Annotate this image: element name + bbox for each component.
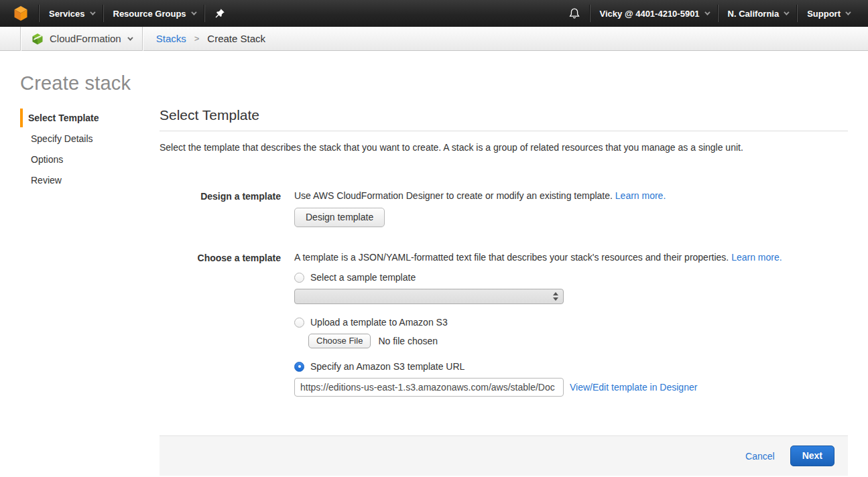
radio-button-icon[interactable] [294, 273, 304, 283]
main-content: Select Template Select the template that… [160, 107, 848, 476]
chevron-down-icon [191, 9, 196, 15]
services-label: Services [49, 9, 85, 19]
s3-template-url-input[interactable] [294, 378, 564, 397]
design-template-description: Use AWS CloudFormation Designer to creat… [294, 190, 666, 201]
breadcrumb: Stacks > Create Stack [143, 33, 265, 44]
breadcrumb-bar: CloudFormation Stacks > Create Stack [0, 27, 868, 51]
services-menu[interactable]: Services [40, 0, 103, 27]
choose-file-button[interactable]: Choose File [308, 334, 371, 348]
wizard-step-options[interactable]: Options [20, 150, 134, 169]
section-heading: Select Template [160, 107, 848, 123]
notifications-button[interactable] [559, 0, 590, 27]
aws-logo[interactable] [13, 5, 39, 21]
region-label: N. California [728, 9, 780, 19]
choose-learn-more-link[interactable]: Learn more. [731, 252, 782, 263]
top-navigation-bar: Services Resource Groups Vicky @ 4401-42… [0, 0, 868, 27]
wizard-step-nav: Select Template Specify Details Options … [20, 109, 134, 192]
resource-groups-label: Resource Groups [113, 9, 186, 19]
sample-template-select[interactable] [294, 289, 564, 304]
cloudformation-service-menu[interactable]: CloudFormation [21, 27, 142, 51]
radio-upload-label: Upload a template to Amazon S3 [310, 317, 448, 328]
service-name: CloudFormation [50, 33, 121, 44]
breadcrumb-current: Create Stack [207, 33, 265, 44]
account-label: Vicky @ 4401-4210-5901 [600, 9, 700, 19]
design-template-button[interactable]: Design template [294, 208, 385, 227]
support-menu[interactable]: Support [798, 0, 859, 27]
page-title: Create stack [20, 72, 131, 94]
choose-template-label: Choose a template [160, 252, 281, 397]
pinned-shortcuts-button[interactable] [205, 0, 235, 27]
chevron-down-icon [90, 9, 95, 15]
cloudformation-icon [32, 33, 44, 45]
select-stepper-icon [553, 292, 558, 301]
design-learn-more-link[interactable]: Learn more. [615, 190, 666, 201]
chevron-down-icon [127, 35, 133, 40]
radio-select-sample-template[interactable]: Select a sample template [294, 272, 782, 283]
wizard-step-specify-details[interactable]: Specify Details [20, 129, 134, 148]
aws-cube-icon [13, 5, 28, 21]
support-label: Support [807, 9, 841, 19]
cancel-link[interactable]: Cancel [745, 451, 775, 462]
breadcrumb-separator: > [194, 33, 200, 44]
chevron-down-icon [784, 9, 789, 15]
account-menu[interactable]: Vicky @ 4401-4210-5901 [591, 0, 718, 27]
choose-template-description: A template is a JSON/YAML-formatted text… [294, 252, 782, 263]
radio-url-label: Specify an Amazon S3 template URL [310, 361, 464, 372]
design-template-label: Design a template [160, 190, 281, 227]
file-status-text: No file chosen [378, 336, 438, 346]
design-template-row: Design a template Use AWS CloudFormation… [160, 190, 848, 227]
radio-upload-template[interactable]: Upload a template to Amazon S3 [294, 317, 782, 328]
view-edit-designer-link[interactable]: View/Edit template in Designer [570, 382, 697, 393]
resource-groups-menu[interactable]: Resource Groups [104, 0, 204, 27]
action-bar: Cancel Next [160, 435, 848, 476]
section-description: Select the template that describes the s… [160, 142, 848, 153]
choose-template-row: Choose a template A template is a JSON/Y… [160, 252, 848, 397]
s3-url-row: View/Edit template in Designer [294, 378, 782, 397]
wizard-step-review[interactable]: Review [20, 171, 134, 190]
radio-sample-label: Select a sample template [310, 272, 416, 283]
bell-icon [568, 7, 580, 20]
region-menu[interactable]: N. California [719, 0, 798, 27]
next-button[interactable]: Next [790, 446, 834, 466]
breadcrumb-stacks-link[interactable]: Stacks [156, 33, 186, 44]
chevron-down-icon [704, 9, 710, 15]
chevron-down-icon [845, 9, 851, 15]
radio-specify-s3-url[interactable]: Specify an Amazon S3 template URL [294, 361, 782, 372]
pushpin-icon [214, 8, 225, 19]
radio-button-icon[interactable] [294, 318, 304, 328]
divider [160, 131, 848, 131]
wizard-step-select-template[interactable]: Select Template [20, 109, 134, 127]
radio-button-icon[interactable] [294, 362, 304, 372]
file-upload-row: Choose File No file chosen [308, 334, 782, 348]
